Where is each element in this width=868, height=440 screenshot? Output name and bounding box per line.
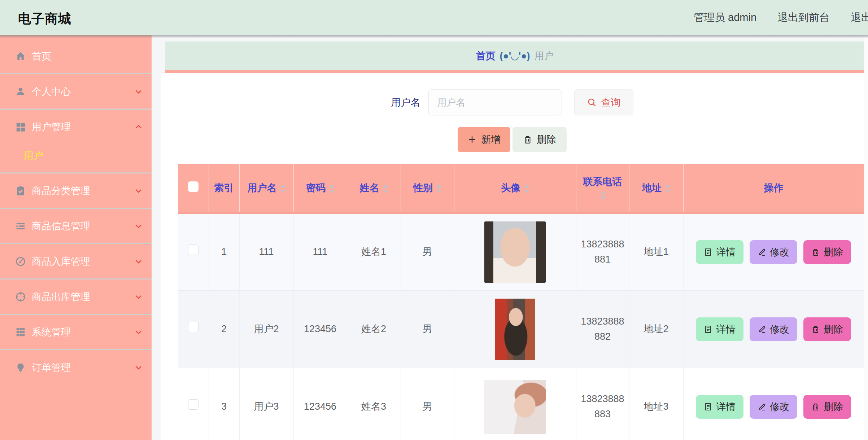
sidebar-item-label: 商品入库管理 [32, 255, 90, 268]
breadcrumb-current-page: 用户 [535, 49, 554, 62]
list-indent-icon [15, 221, 26, 232]
sort-carets[interactable] [600, 190, 606, 201]
column-header-phone[interactable]: 联系电话 [576, 164, 629, 213]
sort-carets[interactable] [280, 184, 285, 194]
sort-carets[interactable] [436, 184, 441, 194]
edit-button[interactable]: 修改 [750, 240, 797, 264]
cell-name: 姓名3 [347, 368, 401, 440]
chevron-down-icon [134, 186, 143, 195]
column-header-gender[interactable]: 性别 [401, 164, 454, 213]
chevron-down-icon [134, 328, 143, 336]
cell-name: 姓名1 [347, 213, 401, 290]
home-icon [15, 51, 26, 62]
select-all-checkbox[interactable] [188, 181, 199, 192]
sidebar: 首页 个人中心 用户管理 用户 [0, 35, 152, 440]
person-icon [15, 86, 26, 97]
sidebar-item-order-management[interactable]: 订单管理 [0, 350, 152, 384]
cell-gender: 男 [401, 290, 454, 368]
sidebar-item-product-outbound[interactable]: 商品出库管理 [0, 280, 152, 314]
cell-gender: 男 [401, 368, 454, 440]
column-header-actions: 操作 [683, 164, 864, 213]
sidebar-item-label: 首页 [32, 50, 51, 63]
gauge-icon [15, 256, 26, 267]
document-icon [704, 248, 712, 256]
sidebar-item-system-management[interactable]: 系统管理 [0, 315, 152, 349]
detail-button[interactable]: 详情 [696, 395, 743, 419]
content-panel: 用户名 查询 新增 删除 [161, 73, 864, 440]
cell-address: 地址1 [629, 213, 683, 290]
username-search-input[interactable] [428, 89, 562, 115]
add-button-label: 新增 [481, 133, 501, 146]
add-button[interactable]: 新增 [458, 127, 510, 152]
row-checkbox[interactable] [188, 322, 199, 332]
nav-admin-user[interactable]: 管理员 admin [694, 10, 756, 25]
breadcrumb-home-link[interactable]: 首页 [476, 49, 495, 62]
bulk-delete-button[interactable]: 删除 [512, 127, 567, 152]
trash-icon [811, 402, 820, 411]
document-icon [704, 325, 712, 334]
sidebar-item-label: 订单管理 [32, 361, 71, 374]
sidebar-item-user-management[interactable]: 用户管理 [0, 110, 152, 144]
target-icon [15, 291, 26, 302]
navbar-right-links: 管理员 admin 退出到前台 退出登录 [694, 0, 868, 35]
sort-carets[interactable] [382, 184, 388, 194]
vertical-scrollbar[interactable] [864, 35, 868, 440]
cell-index: 1 [209, 213, 239, 290]
bulb-icon [15, 362, 26, 373]
avatar-image [484, 221, 546, 283]
breadcrumb: 首页 (●'◡'●) 用户 [165, 41, 864, 73]
trash-icon [811, 248, 820, 256]
delete-button[interactable]: 删除 [803, 395, 851, 419]
sidebar-item-label: 商品出库管理 [32, 290, 90, 303]
edit-button[interactable]: 修改 [750, 395, 797, 419]
sidebar-item-home[interactable]: 首页 [0, 39, 152, 73]
sort-carets[interactable] [664, 184, 670, 194]
sort-carets[interactable] [523, 184, 529, 194]
sidebar-item-label: 商品信息管理 [32, 220, 90, 233]
chevron-up-icon [134, 123, 143, 131]
nav-exit-to-front[interactable]: 退出到前台 [777, 10, 830, 25]
breadcrumb-emoticon: (●'◡'●) [500, 50, 530, 62]
chevron-down-icon [134, 363, 143, 372]
table-row: 3 用户3 123456 姓名3 男 13823888883 地址3 详情 [178, 368, 864, 440]
pencil-icon [758, 248, 766, 256]
sort-carets[interactable] [328, 184, 334, 194]
sidebar-item-product-info[interactable]: 商品信息管理 [0, 209, 152, 243]
cell-phone: 13823888882 [576, 290, 629, 368]
query-button[interactable]: 查询 [574, 89, 633, 115]
cell-name: 姓名2 [347, 290, 401, 368]
table-row: 2 用户2 123456 姓名2 男 13823888882 地址2 详情 [178, 290, 864, 368]
detail-button[interactable]: 详情 [696, 317, 743, 341]
cell-address: 地址3 [629, 368, 683, 440]
column-header-password[interactable]: 密码 [293, 164, 347, 213]
table-header-row: 索引 用户名 密码 姓名 性别 头像 [178, 164, 864, 213]
avatar-image [484, 380, 546, 434]
cell-username: 用户2 [239, 290, 293, 368]
top-navbar: 电子商城 管理员 admin 退出到前台 退出登录 [0, 0, 868, 35]
sidebar-item-personal-center[interactable]: 个人中心 [0, 74, 152, 109]
delete-button[interactable]: 删除 [803, 317, 851, 341]
row-checkbox[interactable] [188, 245, 199, 255]
sidebar-item-product-category[interactable]: 商品分类管理 [0, 173, 152, 208]
edit-button[interactable]: 修改 [750, 317, 797, 341]
pencil-icon [758, 402, 766, 411]
row-checkbox[interactable] [188, 399, 199, 410]
sidebar-item-product-inbound[interactable]: 商品入库管理 [0, 244, 152, 278]
clipboard-check-icon [15, 185, 26, 196]
sidebar-subitem-user[interactable]: 用户 [0, 144, 152, 167]
plus-icon [467, 135, 477, 144]
avatar-image [495, 299, 535, 360]
search-icon [587, 97, 597, 107]
column-header-name[interactable]: 姓名 [347, 164, 401, 213]
chevron-down-icon [134, 222, 143, 230]
column-header-address[interactable]: 地址 [629, 164, 683, 213]
column-header-avatar[interactable]: 头像 [454, 164, 576, 213]
sidebar-item-label: 商品分类管理 [32, 184, 90, 197]
column-header-username[interactable]: 用户名 [239, 164, 293, 213]
username-field-label: 用户名 [391, 96, 420, 109]
detail-button[interactable]: 详情 [696, 240, 743, 264]
document-icon [704, 402, 712, 411]
nav-logout[interactable]: 退出登录 [851, 10, 868, 25]
cell-password: 123456 [293, 290, 347, 368]
delete-button[interactable]: 删除 [803, 240, 851, 264]
